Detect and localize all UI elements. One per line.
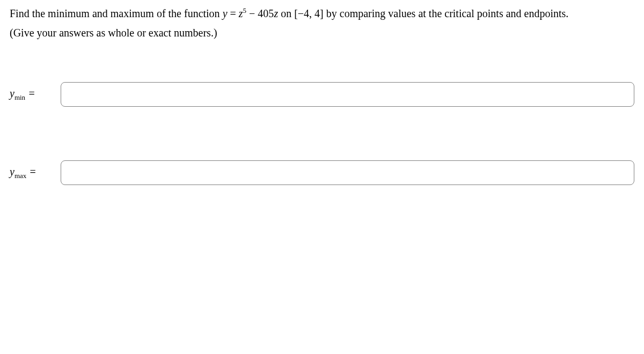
ymax-sub: max bbox=[14, 172, 26, 180]
z-var-2: z bbox=[274, 8, 278, 19]
ymax-y: y bbox=[10, 166, 14, 178]
ymin-row: ymin = bbox=[10, 82, 634, 107]
ymax-eq: = bbox=[26, 166, 36, 178]
interval-text: on [−4, 4] by comparing values at the cr… bbox=[278, 8, 568, 19]
ymin-label: ymin = bbox=[10, 87, 61, 102]
minus-coeff: − 405 bbox=[246, 8, 274, 19]
ymax-row: ymax = bbox=[10, 160, 634, 185]
ymin-y: y bbox=[10, 87, 14, 99]
z-var: z bbox=[239, 8, 243, 19]
problem-statement: Find the minimum and maximum of the func… bbox=[10, 5, 634, 21]
equals-sign: = bbox=[228, 8, 239, 19]
y-var: y bbox=[223, 8, 228, 19]
ymin-eq: = bbox=[25, 87, 35, 99]
ymax-label: ymax = bbox=[10, 166, 61, 180]
instruction-text: (Give your answers as whole or exact num… bbox=[10, 27, 634, 39]
ymin-input[interactable] bbox=[61, 82, 634, 107]
ymin-sub: min bbox=[14, 93, 25, 101]
problem-text-before: Find the minimum and maximum of the func… bbox=[10, 8, 223, 19]
ymax-input[interactable] bbox=[61, 160, 634, 185]
